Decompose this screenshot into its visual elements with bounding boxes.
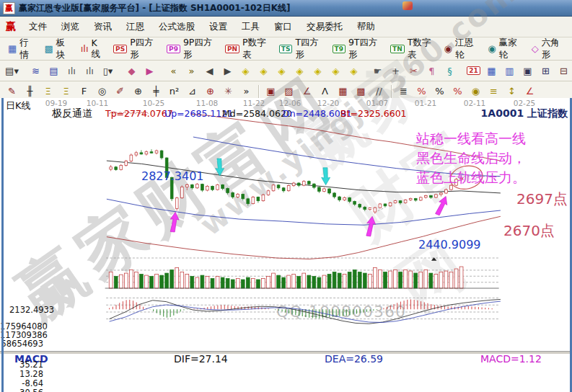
menu-item-7[interactable]: 窗口	[267, 19, 299, 35]
tool-shade-box[interactable]: ▨	[281, 84, 297, 99]
tool-diamond-left[interactable]: ◈	[237, 63, 254, 79]
tool-pen[interactable]: ✎	[4, 84, 20, 99]
tool-net-share[interactable]: ⊞	[537, 63, 554, 79]
tool-diamond-right[interactable]: ◈	[255, 63, 272, 79]
tool-diamond-all[interactable]: ◈	[291, 63, 308, 79]
tool-percent-line[interactable]: %	[449, 84, 466, 99]
quotes-icon: ▦	[8, 44, 17, 53]
spiral-icon: ◎	[98, 86, 106, 97]
tool-hand-tool[interactable]: ☛	[369, 63, 386, 79]
tool-spiral[interactable]: ◎	[94, 84, 110, 99]
gann-grid-icon: ╫	[27, 86, 33, 97]
tool-candle-style[interactable]: ▯▾	[100, 63, 116, 79]
tool-gold-grid-2[interactable]: Ξ	[58, 84, 74, 99]
9t-square-icon: T9	[333, 45, 346, 53]
tool-ribbon-tool[interactable]: ¶	[423, 63, 440, 79]
toolbar-9p-square-button[interactable]: P99P四方形	[162, 37, 220, 61]
tool-mini-chart-3[interactable]: ılı	[63, 63, 80, 79]
tool-crosshair[interactable]: +	[387, 63, 404, 79]
symbol-label[interactable]: 1A0001 上证指数	[481, 107, 568, 120]
menu-item-9[interactable]: 帮助	[350, 19, 382, 35]
date-tick-01-21: 01-21	[415, 99, 437, 107]
tool-target[interactable]: ⊕	[202, 84, 219, 99]
tool-last-page[interactable]: »	[183, 63, 200, 79]
tool-ray-lines[interactable]: ∠	[299, 84, 315, 99]
tool-first-page[interactable]: «	[165, 63, 182, 79]
tool-box-border[interactable]: ▣	[263, 84, 279, 99]
menu-item-4[interactable]: 公式选股	[151, 19, 202, 35]
diamond-center-icon: ◈	[314, 66, 322, 76]
tool-marker-pen[interactable]: ✐	[112, 84, 128, 99]
menu-item-1[interactable]: 浏览	[54, 19, 87, 35]
tool-notepad[interactable]: ▥	[501, 63, 518, 79]
menu-item-5[interactable]: 设置	[202, 19, 234, 35]
percent-icon: %	[435, 86, 444, 97]
tool-compass[interactable]: ⊕	[130, 84, 146, 99]
net-remote-icon: ⊟	[560, 66, 568, 76]
tool-ruler-grid[interactable]: ╪	[148, 84, 164, 99]
menu-item-3[interactable]: 江恩	[119, 19, 151, 35]
tool-calculator[interactable]: ▦	[483, 63, 500, 79]
tool-percent-wave[interactable]: %	[413, 84, 430, 99]
marked-high-label: 2827.3401	[141, 169, 204, 183]
toolbar-p-table-button[interactable]: PNP数字表	[220, 37, 274, 61]
tool-net-remote[interactable]: ⊟	[555, 63, 572, 79]
date-tick-09-19: 09-19	[45, 99, 68, 107]
tool-fan-tool[interactable]: F	[76, 84, 92, 99]
tool-info-panel[interactable]: ▤	[45, 63, 62, 79]
tool-color-report[interactable]: ▶	[141, 63, 158, 79]
menu-item-8[interactable]: 交易委托	[299, 19, 350, 35]
tool-gold-lines[interactable]: ≡	[485, 84, 502, 99]
tool-angle-red[interactable]: ∠	[522, 84, 538, 99]
tool-n-square[interactable]: n²	[166, 84, 182, 99]
tool-diamond-center[interactable]: ◈	[309, 63, 326, 79]
tool-diamond-star[interactable]: ◈	[346, 63, 362, 79]
toolbar-sectors-button[interactable]: ▩板块	[39, 37, 75, 61]
kline-icon: ılı	[81, 44, 89, 53]
indicator-name[interactable]: 极反通道	[52, 107, 92, 120]
menubar: 赢 文件浏览资讯江恩公式选股设置工具窗口交易委托帮助	[0, 17, 572, 37]
menu-item-6[interactable]: 工具	[234, 19, 267, 35]
toolbar-kline-button[interactable]: ılıK线	[76, 37, 108, 61]
tool-level-ruler[interactable]: ≣	[395, 84, 412, 99]
tool-angle-tool[interactable]: ⊿	[184, 84, 201, 99]
toolbar-hexagon-button[interactable]: ◇六角形	[527, 37, 569, 61]
menu-item-0[interactable]: 文件	[22, 19, 54, 35]
tool-prev-page[interactable]: ◀	[201, 63, 218, 79]
tool-cut-tool[interactable]: ✂	[405, 63, 422, 79]
tool-calendar[interactable]: 21	[465, 63, 482, 79]
tool-more-tools[interactable]: »	[238, 84, 255, 99]
tool-star-rays[interactable]: ✳	[220, 84, 237, 99]
tool-gann-grid[interactable]: ╫	[22, 84, 38, 99]
toolbar-t-square-button[interactable]: TST四方形	[274, 37, 327, 61]
toolbar-t-table-button[interactable]: TNT数字表	[385, 37, 439, 61]
toolbar-separator	[391, 85, 392, 98]
star-rays-icon: ✳	[224, 86, 232, 97]
titlebar[interactable]: 赢 赢家江恩专业版[赢家服务平台] - [上证指数 SH1A0001-102日K…	[0, 0, 572, 17]
tool-wave-tool[interactable]: Λ	[317, 84, 333, 99]
tool-fish-tool[interactable]: §	[441, 63, 458, 79]
toolbar-winner-wheel-button[interactable]: ◉赢家轮	[483, 37, 527, 61]
tool-mini-chart-9[interactable]: ılı	[82, 63, 98, 79]
tool-save[interactable]: ▣	[519, 63, 536, 79]
tool-trend-lines[interactable]: ≋	[27, 63, 44, 79]
toolbar-quotes-button[interactable]: ▦行情	[3, 37, 39, 61]
macd-tick-1: 35.21	[0, 360, 43, 370]
toolbar-p-square-button[interactable]: PSP四方形	[108, 37, 162, 61]
menu-item-2[interactable]: 资讯	[87, 19, 119, 35]
toolbar-9t-square-button[interactable]: T99T四方形	[327, 37, 386, 61]
tool-parallel-lines[interactable]: //	[371, 84, 387, 99]
p-table-icon: PN	[225, 45, 239, 53]
tool-next-page[interactable]: ▶	[219, 63, 236, 79]
tool-grid-red[interactable]: ▦	[335, 84, 351, 99]
tool-gold-grid[interactable]: Ξ	[40, 84, 56, 99]
tool-diamond-updown[interactable]: ◈	[327, 63, 344, 79]
toolbar-gann-wheel-button[interactable]: ◉江恩轮	[439, 37, 483, 61]
tool-gold-circle[interactable]: ◉	[467, 84, 484, 99]
tool-period-style[interactable]: ▤▾	[4, 63, 20, 79]
tool-updown-tool[interactable]: ↕	[503, 84, 520, 99]
tool-gann-split[interactable]: ◆	[123, 63, 140, 79]
tool-grid-red-2[interactable]: ▩	[353, 84, 369, 99]
tool-diamond-both[interactable]: ◈	[273, 63, 290, 79]
tool-percent[interactable]: %	[431, 84, 448, 99]
